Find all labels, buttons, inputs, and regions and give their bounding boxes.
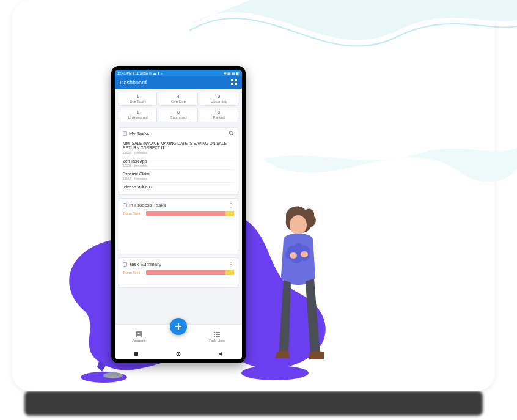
task-row[interactable]: Expense Claim12113 · 4 minutes bbox=[123, 170, 234, 183]
my-tasks-title: My Tasks bbox=[129, 131, 149, 136]
checkbox-icon[interactable] bbox=[123, 131, 127, 136]
status-time: 12:41 PM bbox=[117, 72, 132, 75]
task-summary-panel: Task Summary ⋮ Team Task bbox=[119, 257, 238, 288]
grid-view-icon[interactable] bbox=[231, 79, 237, 86]
task-summary-title: Task Summary bbox=[129, 262, 161, 267]
add-button[interactable] bbox=[170, 318, 187, 335]
app-bar: Dashboard bbox=[115, 76, 242, 89]
android-nav-bar bbox=[115, 348, 242, 359]
stat-unassigned[interactable]: 1UnAssigned bbox=[119, 108, 157, 122]
status-bar: 12:41 PM | 11.3KB/s ✉☁⬇♪ ✱▦▦◧ bbox=[115, 70, 242, 76]
progress-bar bbox=[146, 270, 234, 275]
nav-task-lists-label: Task Lists bbox=[209, 339, 225, 342]
more-icon[interactable]: ⋮ bbox=[228, 261, 234, 268]
wave-decoration-mid bbox=[263, 122, 517, 232]
bar-label: Team Task bbox=[123, 212, 144, 215]
task-row[interactable]: Zen Task App12125 · 3 minutes bbox=[123, 157, 234, 170]
svg-point-0 bbox=[241, 366, 309, 380]
account-icon bbox=[135, 331, 142, 338]
app-title: Dashboard bbox=[120, 79, 147, 86]
person-illustration bbox=[257, 202, 342, 379]
svg-point-11 bbox=[229, 131, 232, 134]
in-process-panel: In Process Tasks ⋮ Team Task bbox=[119, 198, 238, 254]
phone-mockup: 12:41 PM | 11.3KB/s ✉☁⬇♪ ✱▦▦◧ Dashboard … bbox=[111, 66, 246, 363]
svg-point-3 bbox=[290, 215, 307, 235]
nav-account-label: Account bbox=[132, 339, 145, 342]
svg-point-2 bbox=[103, 372, 123, 378]
svg-line-12 bbox=[232, 134, 234, 136]
svg-point-6 bbox=[301, 251, 308, 257]
svg-rect-18 bbox=[216, 334, 220, 335]
svg-rect-7 bbox=[231, 79, 233, 81]
svg-rect-23 bbox=[134, 352, 138, 356]
status-net: 11.3KB/s bbox=[135, 72, 148, 75]
my-tasks-panel: My Tasks MM:-SALE INVOICE MAKING DATE IS… bbox=[119, 127, 238, 195]
stat-upcoming[interactable]: 0Upcoming bbox=[200, 92, 238, 106]
stage-shadow bbox=[24, 391, 483, 416]
stat-overdue[interactable]: 4OverDue bbox=[159, 92, 197, 106]
svg-point-14 bbox=[138, 333, 139, 334]
svg-rect-20 bbox=[216, 336, 220, 337]
checkbox-icon[interactable] bbox=[123, 203, 127, 207]
progress-bar bbox=[146, 211, 234, 216]
nav-task-lists[interactable]: Task Lists bbox=[209, 331, 225, 342]
stat-parked[interactable]: 0Parked bbox=[200, 108, 238, 122]
svg-point-5 bbox=[290, 252, 297, 259]
recent-apps-icon[interactable] bbox=[134, 352, 139, 357]
back-icon[interactable] bbox=[218, 352, 223, 357]
bar-label: Team Task bbox=[123, 271, 144, 274]
plus-icon bbox=[174, 322, 183, 331]
svg-rect-17 bbox=[214, 334, 215, 335]
svg-marker-26 bbox=[219, 352, 222, 356]
search-icon[interactable] bbox=[229, 131, 234, 137]
nav-account[interactable]: Account bbox=[132, 331, 145, 342]
more-icon[interactable]: ⋮ bbox=[228, 202, 234, 208]
svg-rect-9 bbox=[231, 83, 233, 85]
stat-due-today[interactable]: 1DueToday bbox=[119, 92, 157, 106]
svg-rect-16 bbox=[216, 332, 220, 333]
svg-point-25 bbox=[178, 353, 179, 355]
stat-submitted[interactable]: 0Submitted bbox=[159, 108, 197, 122]
svg-rect-15 bbox=[214, 332, 215, 333]
stage: 12:41 PM | 11.3KB/s ✉☁⬇♪ ✱▦▦◧ Dashboard … bbox=[12, 0, 495, 391]
svg-rect-4 bbox=[295, 232, 302, 238]
task-row[interactable]: release task app bbox=[123, 183, 234, 191]
svg-rect-10 bbox=[235, 83, 237, 85]
checkbox-icon[interactable] bbox=[123, 262, 127, 267]
home-icon[interactable] bbox=[176, 352, 181, 357]
in-process-title: In Process Tasks bbox=[129, 202, 166, 208]
svg-rect-19 bbox=[214, 336, 215, 337]
stats-grid: 1DueToday 4OverDue 0Upcoming 1UnAssigned… bbox=[115, 89, 242, 124]
phone-screen: 12:41 PM | 11.3KB/s ✉☁⬇♪ ✱▦▦◧ Dashboard … bbox=[115, 70, 242, 359]
svg-rect-8 bbox=[235, 79, 237, 81]
list-icon bbox=[213, 331, 221, 338]
task-row[interactable]: MM:-SALE INVOICE MAKING DATE IS SAVING O… bbox=[123, 139, 234, 157]
